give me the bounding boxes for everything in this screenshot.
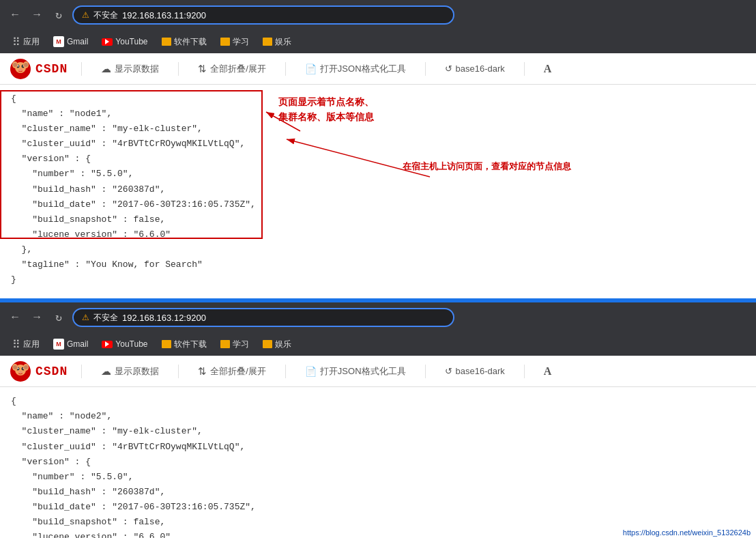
divider-9 <box>425 365 426 378</box>
address-bar-2[interactable]: ⚠ 不安全 192.168.163.12:9200 <box>72 308 454 327</box>
font-btn-1[interactable]: A <box>538 60 557 78</box>
svg-point-9 <box>13 63 17 67</box>
bookmarks-bar-1: ⠿ 应用 M Gmail YouTube 软件下载 学习 娱乐 <box>0 30 756 53</box>
software-folder-icon-2 <box>162 340 171 348</box>
gmail-icon-1: M <box>53 36 64 47</box>
fold-icon-1: ⇅ <box>198 63 207 75</box>
browser-1: ← → ↻ ⚠ 不安全 192.168.163.11:9200 ⠿ 应用 M G… <box>0 0 756 53</box>
svg-point-24 <box>13 365 17 369</box>
raw-data-label-2: 显示原数据 <box>115 365 159 378</box>
apps-label-2: 应用 <box>23 339 40 350</box>
browser-2: ← → ↻ ⚠ 不安全 192.168.163.12:9200 ⠿ 应用 M G… <box>0 300 756 356</box>
url-1: 192.168.163.11:9200 <box>122 10 206 20</box>
csdn-logo-icon-1 <box>10 58 31 80</box>
youtube-label-1: YouTube <box>115 37 147 46</box>
back-button-1[interactable]: ← <box>7 7 23 23</box>
theme-label-1: base16-dark <box>456 63 505 74</box>
divider-10 <box>524 365 525 378</box>
study-folder-icon-1 <box>220 38 230 46</box>
json-content-1: { "name" : "node1", "cluster_name" : "my… <box>0 85 756 298</box>
theme-icon-2: ↺ <box>445 366 452 376</box>
divider-4 <box>425 62 426 76</box>
youtube-label-2: YouTube <box>115 339 147 349</box>
annotation-text-1: 页面显示着节点名称、集群名称、版本等信息 <box>278 94 374 125</box>
address-bar-1[interactable]: ⚠ 不安全 192.168.163.11:9200 <box>72 5 454 25</box>
apps-bookmark-1[interactable]: ⠿ 应用 <box>7 33 45 51</box>
fold-icon-2: ⇅ <box>198 365 207 378</box>
content-section-1: { "name" : "node1", "cluster_name" : "my… <box>0 85 756 300</box>
csdn-logo-1: CSDN <box>10 58 68 80</box>
entertainment-bookmark-1[interactable]: 娱乐 <box>257 34 297 50</box>
status-bar: https://blog.csdn.net/weixin_5132624b <box>617 527 756 538</box>
back-button-2[interactable]: ← <box>7 309 23 326</box>
raw-data-label-1: 显示原数据 <box>115 63 159 75</box>
divider-8 <box>285 365 286 378</box>
content-section-2: { "name" : "node2", "cluster_name" : "my… <box>0 387 756 538</box>
svg-point-10 <box>24 63 28 67</box>
json-icon-1: 📄 <box>305 63 317 74</box>
json-tool-btn-1[interactable]: 📄 打开JSON格式化工具 <box>300 60 411 78</box>
software-folder-icon-1 <box>162 38 171 46</box>
gmail-label-2: Gmail <box>67 339 88 349</box>
apps-icon-2: ⠿ <box>12 338 20 351</box>
raw-data-btn-2[interactable]: ☁ 显示原数据 <box>96 363 164 380</box>
apps-bookmark-2[interactable]: ⠿ 应用 <box>7 336 45 353</box>
theme-btn-2[interactable]: ↺ base16-dark <box>439 363 510 379</box>
csdn-logo-2: CSDN <box>10 360 68 382</box>
reload-button-1[interactable]: ↻ <box>50 7 67 23</box>
divider-1 <box>81 62 82 76</box>
fold-label-1: 全部折叠/展开 <box>210 63 266 75</box>
warning-icon-1: ⚠ <box>82 10 89 20</box>
apps-label: 应用 <box>23 36 40 48</box>
browser-1-toolbar: ← → ↻ ⚠ 不安全 192.168.163.11:9200 <box>0 0 756 30</box>
warning-icon-2: ⚠ <box>82 313 89 322</box>
svg-point-21 <box>18 371 23 373</box>
theme-btn-1[interactable]: ↺ base16-dark <box>439 61 510 76</box>
study-bookmark-2[interactable]: 学习 <box>215 337 255 352</box>
fold-btn-2[interactable]: ⇅ 全部折叠/展开 <box>192 363 272 380</box>
cloud-icon-1: ☁ <box>101 63 111 75</box>
svg-point-25 <box>24 365 28 369</box>
theme-label-2: base16-dark <box>456 366 505 376</box>
json-tool-label-2: 打开JSON格式化工具 <box>320 365 406 378</box>
divider-3 <box>285 62 286 76</box>
software-bookmark-2[interactable]: 软件下载 <box>156 337 212 352</box>
json-tool-btn-2[interactable]: 📄 打开JSON格式化工具 <box>300 363 411 380</box>
divider-7 <box>178 365 179 378</box>
reload-button-2[interactable]: ↻ <box>50 309 67 326</box>
svg-point-6 <box>18 68 23 71</box>
forward-button-2[interactable]: → <box>29 309 45 326</box>
csdn-toolbar-1: CSDN ☁ 显示原数据 ⇅ 全部折叠/展开 📄 打开JSON格式化工具 ↺ b… <box>0 53 756 85</box>
csdn-logo-icon-2 <box>10 360 31 382</box>
gmail-bookmark-2[interactable]: M Gmail <box>48 337 93 352</box>
fold-btn-1[interactable]: ⇅ 全部折叠/展开 <box>192 60 272 78</box>
csdn-text-1: CSDN <box>35 62 68 76</box>
youtube-bookmark-2[interactable]: YouTube <box>96 337 153 351</box>
study-label-1: 学习 <box>233 36 249 48</box>
gmail-label-1: Gmail <box>67 37 88 46</box>
csdn-text-2: CSDN <box>35 365 68 378</box>
font-label-1: A <box>544 63 552 75</box>
software-bookmark-1[interactable]: 软件下载 <box>156 34 212 50</box>
entertainment-folder-icon-1 <box>263 38 272 46</box>
cloud-icon-2: ☁ <box>101 365 111 378</box>
entertainment-bookmark-2[interactable]: 娱乐 <box>257 337 297 352</box>
entertainment-folder-icon-2 <box>263 340 272 348</box>
gmail-icon-2: M <box>53 339 64 350</box>
insecure-label-1: 不安全 <box>93 10 118 21</box>
software-label-1: 软件下载 <box>174 36 207 48</box>
study-bookmark-1[interactable]: 学习 <box>215 34 255 50</box>
annotation-text-2: 在宿主机上访问页面，查看对应的节点信息 <box>403 160 607 174</box>
entertainment-label-2: 娱乐 <box>275 339 291 350</box>
software-label-2: 软件下载 <box>174 339 207 350</box>
gmail-bookmark-1[interactable]: M Gmail <box>48 34 93 49</box>
study-folder-icon-2 <box>220 340 230 348</box>
fold-label-2: 全部折叠/展开 <box>210 365 266 378</box>
font-label-2: A <box>544 365 552 378</box>
youtube-bookmark-1[interactable]: YouTube <box>96 35 153 48</box>
font-btn-2[interactable]: A <box>538 363 557 380</box>
forward-button-1[interactable]: → <box>29 7 45 23</box>
apps-icon: ⠿ <box>12 36 20 48</box>
raw-data-btn-1[interactable]: ☁ 显示原数据 <box>96 60 164 78</box>
study-label-2: 学习 <box>233 339 249 350</box>
